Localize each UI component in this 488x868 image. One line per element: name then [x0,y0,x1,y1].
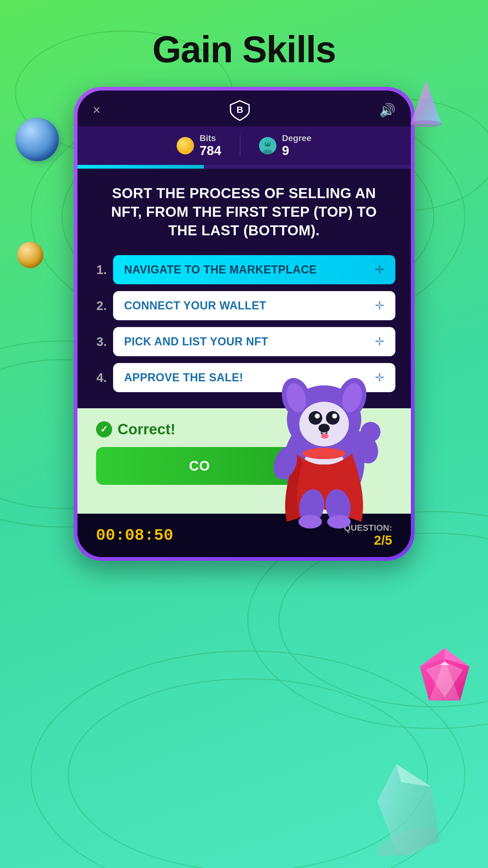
svg-point-42 [332,413,337,418]
progress-bar-container [77,165,411,168]
drag-icon-3: ✛ [375,335,384,348]
continue-btn-text: CO [189,458,210,473]
page-title: Gain Skills [0,0,488,71]
question-text: SORT THE PROCESS OF SELLING AN NFT, FROM… [96,184,392,240]
bits-stat: Bits 784 [176,133,221,158]
question-area: SORT THE PROCESS OF SELLING AN NFT, FROM… [77,168,411,249]
bits-value: 784 [199,143,221,158]
answer-row-1: 1. NAVIGATE TO THE MARKETPLACE ✛ [93,255,395,284]
svg-point-46 [361,422,381,442]
answer-btn-1[interactable]: NAVIGATE TO THE MARKETPLACE ✛ [113,255,395,284]
answer-btn-3[interactable]: PICK AND LIST YOUR NFT ✛ [113,327,395,356]
correct-text: Correct! [118,421,176,438]
bits-label: Bits [199,133,221,143]
svg-rect-29 [266,143,267,145]
answer-num-4: 4. [93,371,107,385]
feedback-area: ✓ Correct! CO [77,408,411,514]
svg-point-39 [308,411,322,425]
svg-point-44 [321,434,328,439]
stats-bar: Bits 784 [77,126,411,165]
answer-text-2: CONNECT YOUR WALLET [124,299,266,312]
svg-point-50 [298,515,322,529]
drag-icon-2: ✛ [375,299,384,312]
svg-text:B: B [236,104,243,115]
answer-num-1: 1. [93,263,107,277]
answer-btn-2[interactable]: CONNECT YOUR WALLET ✛ [113,291,395,320]
svg-point-40 [326,411,339,425]
degree-label: Degree [282,133,312,143]
degree-value: 9 [282,143,312,158]
deco-sphere-blue [15,118,59,161]
close-button[interactable]: × [93,103,101,118]
degree-info: Degree 9 [282,133,312,158]
svg-rect-28 [265,143,270,146]
degree-avatar [259,137,276,154]
sound-icon[interactable]: 🔊 [379,103,395,118]
correct-check-icon: ✓ [96,421,112,437]
phone-inner: × B 🔊 Bits 784 [77,91,411,557]
answer-text-3: PICK AND LIST YOUR NFT [124,335,268,348]
deco-sphere-gold [17,242,43,268]
progress-bar-fill [77,165,204,168]
svg-point-43 [319,424,330,432]
answer-row-2: 2. CONNECT YOUR WALLET ✛ [93,291,395,320]
question-counter-value: 2/5 [344,533,392,548]
app-logo: B [229,99,251,121]
bits-coin-icon [176,137,194,154]
svg-rect-30 [268,143,269,145]
mascot-wrapper [256,358,392,532]
svg-point-41 [315,413,320,418]
drag-icon-1: ✛ [375,263,384,276]
svg-point-51 [327,515,351,529]
answer-num-3: 3. [93,335,107,349]
bits-info: Bits 784 [199,133,221,158]
degree-stat: Degree 9 [259,133,312,158]
phone-wrapper: × B 🔊 Bits 784 [74,87,415,561]
deco-crystal [367,756,448,856]
top-bar: × B 🔊 [77,91,411,126]
answer-text-4: APPROVE THE SALE! [124,371,243,384]
deco-diamond [414,645,476,707]
answer-num-2: 2. [93,299,107,313]
stat-divider [240,135,240,157]
timer: 00:08:50 [96,526,173,545]
answer-row-3: 3. PICK AND LIST YOUR NFT ✛ [93,327,395,356]
svg-marker-12 [411,81,442,124]
svg-point-52 [302,448,346,459]
deco-cone [408,78,445,127]
answer-text-1: NAVIGATE TO THE MARKETPLACE [124,263,317,276]
mascot-dog [256,358,392,531]
phone-outer: × B 🔊 Bits 784 [74,87,415,561]
